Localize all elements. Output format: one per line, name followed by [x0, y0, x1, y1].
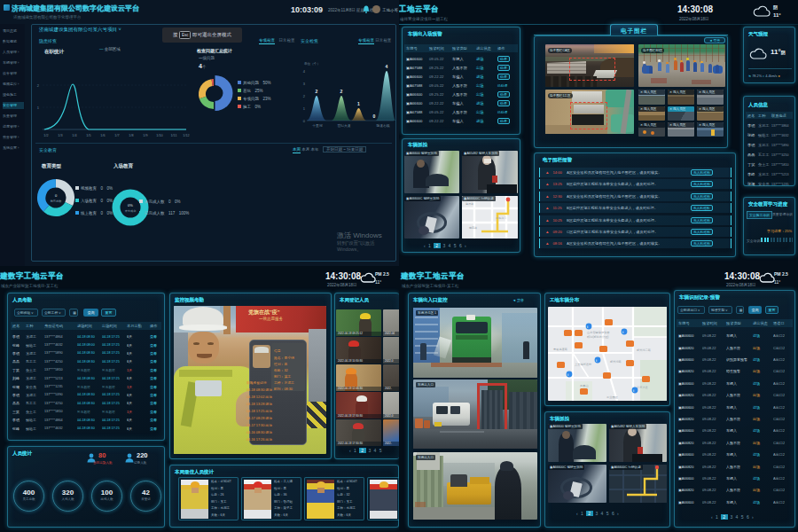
svg-text:青银高速路: 青银高速路 [553, 348, 568, 351]
svg-text:工地北门: 工地北门 [496, 216, 506, 220]
svg-text:2: 2 [340, 89, 343, 94]
svg-text:世纪大道: 世纪大道 [337, 123, 350, 128]
svg-text:顾问(胶东办公区): 顾问(胶东办公区) [587, 335, 608, 339]
svg-text:0%: 0% [128, 203, 133, 207]
svg-text:单位（个）: 单位（个） [304, 62, 320, 66]
svg-text:1/6: 1/6 [100, 134, 105, 137]
svg-text:1/2: 1/2 [43, 134, 48, 137]
svg-text:上王埠街道村: 上王埠街道村 [575, 363, 592, 366]
svg-text:2: 2 [316, 89, 318, 94]
svg-text:建设路: 建设路 [465, 202, 473, 206]
svg-text:1/9: 1/9 [143, 134, 147, 137]
svg-text:1/12: 1/12 [183, 134, 189, 137]
svg-text:1/10: 1/10 [156, 134, 162, 137]
svg-text:4: 4 [386, 64, 388, 69]
svg-text:十里河: 十里河 [312, 123, 323, 128]
svg-text:i: i [587, 325, 588, 329]
svg-text:山东智慧建设集团: 山东智慧建设集团 [587, 331, 610, 334]
svg-text:i: i [567, 372, 568, 377]
svg-text:4: 4 [303, 69, 306, 74]
svg-text:i: i [633, 388, 634, 393]
svg-text:i: i [596, 358, 597, 363]
svg-text:0: 0 [55, 193, 58, 198]
svg-text:教育总数: 教育总数 [51, 200, 63, 203]
svg-text:1: 1 [303, 106, 306, 111]
svg-text:凤凰山: 凤凰山 [580, 384, 589, 387]
svg-text:1: 1 [357, 101, 360, 106]
svg-text:1/5: 1/5 [86, 134, 90, 137]
svg-text:2: 2 [37, 83, 40, 88]
svg-text:1: 1 [37, 106, 40, 110]
svg-text:未完成率: 未完成率 [125, 209, 137, 213]
svg-text:i: i [622, 330, 623, 334]
svg-text:胶州湾二路: 胶州湾二路 [637, 348, 652, 352]
svg-text:工业园区: 工业园区 [606, 395, 619, 399]
svg-text:1/7: 1/7 [114, 134, 119, 137]
svg-text:1/3: 1/3 [58, 134, 62, 137]
svg-text:0: 0 [373, 113, 376, 119]
svg-text:0: 0 [303, 119, 306, 123]
svg-text:南苑路: 南苑路 [469, 226, 477, 230]
svg-text:胶州湾路: 胶州湾路 [610, 360, 622, 364]
svg-text:2: 2 [303, 94, 306, 98]
svg-text:1/4: 1/4 [72, 134, 76, 137]
svg-text:隧道右线: 隧道右线 [376, 123, 389, 128]
svg-text:1/11: 1/11 [170, 134, 176, 137]
svg-text:1/8: 1/8 [129, 134, 133, 137]
svg-text:滨海大道: 滨海大道 [636, 386, 648, 389]
svg-text:3: 3 [303, 82, 306, 86]
